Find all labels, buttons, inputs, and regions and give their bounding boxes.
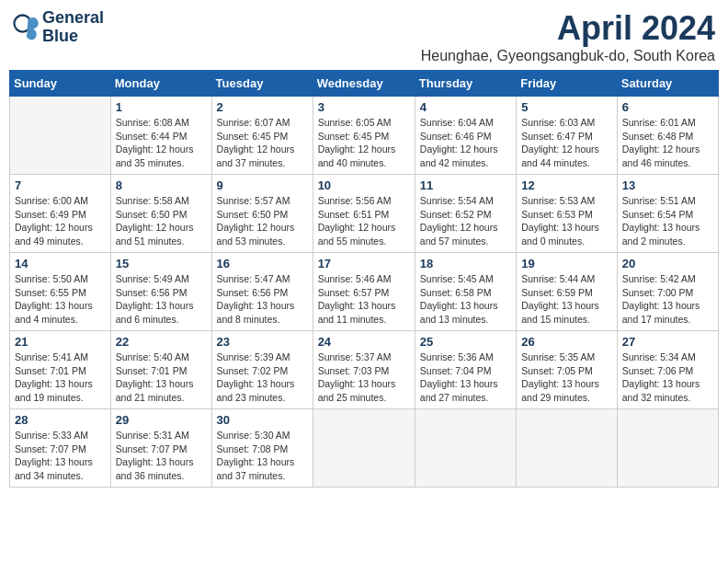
day-number: 27	[622, 335, 713, 349]
calendar-cell: 21Sunrise: 5:41 AM Sunset: 7:01 PM Dayli…	[10, 331, 111, 409]
day-info: Sunrise: 5:53 AM Sunset: 6:53 PM Dayligh…	[521, 194, 612, 248]
day-number: 9	[217, 178, 308, 192]
calendar-header-row: SundayMondayTuesdayWednesdayThursdayFrid…	[10, 71, 719, 97]
calendar-week-4: 21Sunrise: 5:41 AM Sunset: 7:01 PM Dayli…	[10, 331, 719, 409]
calendar-cell: 4Sunrise: 6:04 AM Sunset: 6:46 PM Daylig…	[415, 97, 516, 175]
calendar-cell: 24Sunrise: 5:37 AM Sunset: 7:03 PM Dayli…	[313, 331, 415, 409]
day-info: Sunrise: 5:44 AM Sunset: 6:59 PM Dayligh…	[521, 272, 612, 327]
day-info: Sunrise: 5:51 AM Sunset: 6:54 PM Dayligh…	[622, 194, 713, 248]
day-number: 16	[217, 257, 308, 270]
page-header: General Blue April 2024 Heunghae, Gyeong…	[9, 9, 719, 64]
calendar-cell: 8Sunrise: 5:58 AM Sunset: 6:50 PM Daylig…	[110, 175, 211, 253]
calendar-cell	[617, 409, 718, 488]
calendar-cell: 28Sunrise: 5:33 AM Sunset: 7:07 PM Dayli…	[10, 409, 111, 488]
day-number: 25	[420, 335, 511, 349]
day-info: Sunrise: 5:36 AM Sunset: 7:04 PM Dayligh…	[420, 350, 511, 405]
day-number: 21	[15, 335, 106, 349]
calendar-cell: 20Sunrise: 5:42 AM Sunset: 7:00 PM Dayli…	[617, 253, 718, 331]
month-title: April 2024	[421, 9, 715, 48]
calendar-cell: 7Sunrise: 6:00 AM Sunset: 6:49 PM Daylig…	[10, 175, 111, 253]
day-number: 13	[622, 178, 713, 192]
calendar-header-sunday: Sunday	[10, 71, 111, 97]
calendar-cell: 11Sunrise: 5:54 AM Sunset: 6:52 PM Dayli…	[415, 175, 516, 253]
calendar-cell: 13Sunrise: 5:51 AM Sunset: 6:54 PM Dayli…	[617, 175, 718, 253]
day-info: Sunrise: 5:39 AM Sunset: 7:02 PM Dayligh…	[217, 350, 308, 405]
day-number: 24	[318, 335, 410, 349]
day-number: 8	[116, 178, 207, 192]
calendar-cell: 12Sunrise: 5:53 AM Sunset: 6:53 PM Dayli…	[517, 175, 618, 253]
calendar-cell: 19Sunrise: 5:44 AM Sunset: 6:59 PM Dayli…	[517, 253, 618, 331]
day-info: Sunrise: 6:00 AM Sunset: 6:49 PM Dayligh…	[15, 194, 106, 248]
day-number: 15	[116, 257, 207, 270]
calendar-table: SundayMondayTuesdayWednesdayThursdayFrid…	[9, 70, 719, 488]
calendar-header-wednesday: Wednesday	[313, 71, 415, 97]
day-number: 11	[420, 178, 511, 192]
day-info: Sunrise: 5:40 AM Sunset: 7:01 PM Dayligh…	[116, 350, 207, 405]
calendar-header-friday: Friday	[517, 71, 618, 97]
calendar-week-3: 14Sunrise: 5:50 AM Sunset: 6:55 PM Dayli…	[10, 253, 719, 331]
calendar-cell: 14Sunrise: 5:50 AM Sunset: 6:55 PM Dayli…	[10, 253, 111, 331]
day-number: 26	[521, 335, 612, 349]
calendar-cell	[313, 409, 415, 488]
day-number: 23	[217, 335, 308, 349]
day-number: 30	[217, 413, 308, 427]
calendar-cell: 15Sunrise: 5:49 AM Sunset: 6:56 PM Dayli…	[110, 253, 211, 331]
day-info: Sunrise: 5:50 AM Sunset: 6:55 PM Dayligh…	[15, 272, 106, 327]
calendar-cell: 16Sunrise: 5:47 AM Sunset: 6:56 PM Dayli…	[211, 253, 313, 331]
calendar-cell: 1Sunrise: 6:08 AM Sunset: 6:44 PM Daylig…	[110, 97, 211, 175]
day-info: Sunrise: 6:05 AM Sunset: 6:45 PM Dayligh…	[318, 116, 410, 170]
calendar-cell	[517, 409, 618, 488]
day-number: 29	[116, 413, 207, 427]
calendar-cell: 10Sunrise: 5:56 AM Sunset: 6:51 PM Dayli…	[313, 175, 415, 253]
calendar-cell: 26Sunrise: 5:35 AM Sunset: 7:05 PM Dayli…	[517, 331, 618, 409]
calendar-cell: 25Sunrise: 5:36 AM Sunset: 7:04 PM Dayli…	[415, 331, 516, 409]
calendar-cell: 18Sunrise: 5:45 AM Sunset: 6:58 PM Dayli…	[415, 253, 516, 331]
day-info: Sunrise: 5:41 AM Sunset: 7:01 PM Dayligh…	[15, 350, 106, 405]
day-number: 12	[521, 178, 612, 192]
day-number: 5	[521, 100, 612, 114]
day-number: 14	[15, 257, 106, 270]
day-number: 7	[15, 178, 106, 192]
calendar-header-tuesday: Tuesday	[211, 71, 313, 97]
calendar-cell: 22Sunrise: 5:40 AM Sunset: 7:01 PM Dayli…	[110, 331, 211, 409]
day-number: 17	[318, 257, 410, 270]
day-number: 22	[116, 335, 207, 349]
day-number: 19	[521, 257, 612, 270]
day-number: 20	[622, 257, 713, 270]
calendar-cell	[10, 97, 111, 175]
day-info: Sunrise: 6:01 AM Sunset: 6:48 PM Dayligh…	[622, 116, 713, 170]
day-number: 4	[420, 100, 511, 114]
calendar-cell: 27Sunrise: 5:34 AM Sunset: 7:06 PM Dayli…	[617, 331, 718, 409]
logo: General Blue	[13, 9, 104, 46]
day-info: Sunrise: 6:03 AM Sunset: 6:47 PM Dayligh…	[521, 116, 612, 170]
day-info: Sunrise: 5:46 AM Sunset: 6:57 PM Dayligh…	[318, 272, 410, 327]
calendar-cell: 6Sunrise: 6:01 AM Sunset: 6:48 PM Daylig…	[617, 97, 718, 175]
day-info: Sunrise: 5:42 AM Sunset: 7:00 PM Dayligh…	[622, 272, 713, 327]
day-number: 28	[15, 413, 106, 427]
day-number: 10	[318, 178, 410, 192]
calendar-header-monday: Monday	[110, 71, 211, 97]
day-number: 3	[318, 100, 410, 114]
calendar-cell: 23Sunrise: 5:39 AM Sunset: 7:02 PM Dayli…	[211, 331, 313, 409]
calendar-cell: 29Sunrise: 5:31 AM Sunset: 7:07 PM Dayli…	[110, 409, 211, 488]
day-info: Sunrise: 5:54 AM Sunset: 6:52 PM Dayligh…	[420, 194, 511, 248]
calendar-header-thursday: Thursday	[415, 71, 516, 97]
day-number: 18	[420, 257, 511, 270]
day-info: Sunrise: 5:37 AM Sunset: 7:03 PM Dayligh…	[318, 350, 410, 405]
day-info: Sunrise: 5:35 AM Sunset: 7:05 PM Dayligh…	[521, 350, 612, 405]
day-info: Sunrise: 5:33 AM Sunset: 7:07 PM Dayligh…	[15, 429, 106, 483]
calendar-cell: 5Sunrise: 6:03 AM Sunset: 6:47 PM Daylig…	[517, 97, 618, 175]
calendar-cell: 9Sunrise: 5:57 AM Sunset: 6:50 PM Daylig…	[211, 175, 313, 253]
day-info: Sunrise: 6:07 AM Sunset: 6:45 PM Dayligh…	[217, 116, 308, 170]
calendar-cell: 3Sunrise: 6:05 AM Sunset: 6:45 PM Daylig…	[313, 97, 415, 175]
day-info: Sunrise: 6:04 AM Sunset: 6:46 PM Dayligh…	[420, 116, 511, 170]
calendar-cell: 17Sunrise: 5:46 AM Sunset: 6:57 PM Dayli…	[313, 253, 415, 331]
logo-icon	[13, 14, 40, 41]
day-info: Sunrise: 5:57 AM Sunset: 6:50 PM Dayligh…	[217, 194, 308, 248]
calendar-cell: 2Sunrise: 6:07 AM Sunset: 6:45 PM Daylig…	[211, 97, 313, 175]
title-area: April 2024 Heunghae, Gyeongsangbuk-do, S…	[421, 9, 715, 64]
calendar-header-saturday: Saturday	[617, 71, 718, 97]
day-info: Sunrise: 5:31 AM Sunset: 7:07 PM Dayligh…	[116, 429, 207, 483]
day-info: Sunrise: 5:49 AM Sunset: 6:56 PM Dayligh…	[116, 272, 207, 327]
day-info: Sunrise: 5:45 AM Sunset: 6:58 PM Dayligh…	[420, 272, 511, 327]
